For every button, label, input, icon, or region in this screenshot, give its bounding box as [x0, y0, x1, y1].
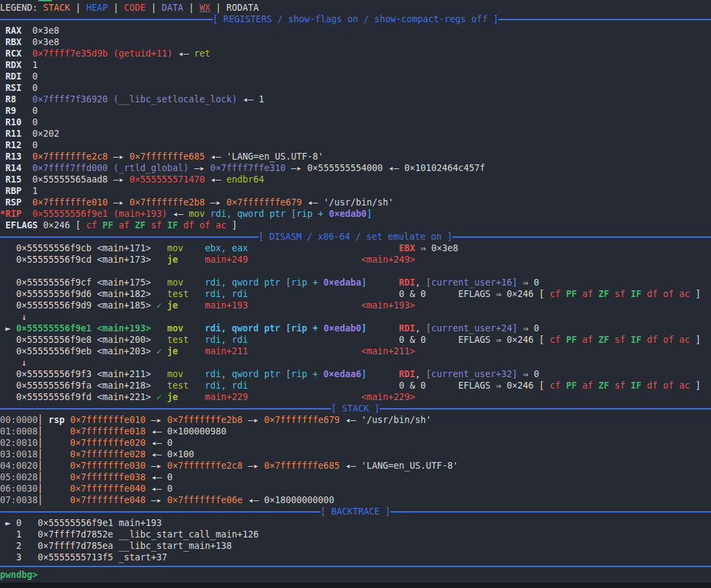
disasm-section-title: [ DISASM / x86-64 / set emulate on ]: [259, 231, 452, 242]
registers-section-header: [ REGISTERS / show-flags on / show-compa…: [0, 13, 711, 25]
terminal-row: RDI 0: [0, 71, 711, 82]
terminal-row: EFLAGS 0×246 [ cf PF af ZF sf IF df of a…: [0, 220, 711, 231]
terminal-row: 05:0028│ 0×7fffffffe038 ◂— 0: [0, 471, 711, 483]
terminal-row: R14 0×7ffff7ffd000 (_rtld_global) —▸ 0×7…: [0, 162, 711, 174]
divider-line: [0, 511, 320, 513]
terminal-row: RAX 0×3e8: [0, 25, 711, 36]
terminal-row: RCX 0×7ffff7e35d9b (getuid+11) ◂— ret: [0, 48, 711, 59]
backtrace-section-header: [ BACKTRACE ]: [0, 506, 711, 517]
backtrace-panel: ► 0 0×55555556f9e1 main+193 1 0×7ffff7d7…: [0, 517, 711, 563]
terminal-row: 0×55555556f9cd <main+173> je main+249 <m…: [0, 254, 711, 265]
terminal-row: R11 0×202: [0, 128, 711, 139]
terminal-row: R8 0×7ffff7f36920 (__libc_setlocale_lock…: [0, 94, 711, 105]
terminal-row: 2 0×7ffff7d785ea __libc_start_main+138: [0, 540, 711, 552]
terminal-row: 04:0020│ 0×7fffffffe030 —▸ 0×7fffffffe2c…: [0, 460, 711, 471]
divider-line: [0, 236, 259, 238]
terminal-row: 06:0030│ 0×7fffffffe040 ◂— 0: [0, 483, 711, 494]
terminal-row: R15 0×55555565aad8 —▸ 0×555555571470 ◂— …: [0, 174, 711, 185]
terminal-row: RSI 0: [0, 82, 711, 94]
pwndbg-terminal: LEGEND: STACK | HEAP | CODE | DATA | WX …: [0, 0, 711, 588]
terminal-row: 03:0018│ 0×7fffffffe028 ◂— 0×100: [0, 449, 711, 460]
prompt-label: pwndbg>: [0, 570, 38, 580]
disasm-section-header: [ DISASM / x86-64 / set emulate on ]: [0, 231, 711, 242]
backtrace-section-title: [ BACKTRACE ]: [320, 506, 391, 517]
terminal-row: 0×55555556f9d6 <main+182> test rdi, rdi …: [0, 288, 711, 300]
terminal-row: 0×55555556f9f3 <main+211> mov rdi, qword…: [0, 368, 711, 380]
terminal-row: R12 0: [0, 139, 711, 151]
divider-line: [452, 236, 711, 238]
terminal-row: 0×55555556f9fd <main+221> ✓ je main+229 …: [0, 391, 711, 403]
divider-line: [391, 511, 711, 513]
terminal-row: 1 0×7ffff7d7852e __libc_start_call_main+…: [0, 529, 711, 540]
prompt-separator-line: [0, 566, 711, 567]
previous-line-fragment: [38, 0, 52, 1]
divider-line: [498, 19, 711, 20]
divider-line: [0, 19, 213, 20]
legend-bar: LEGEND: STACK | HEAP | CODE | DATA | WX …: [0, 2, 711, 13]
divider-line: [0, 408, 331, 410]
stack-panel: 00:0000│ rsp 0×7fffffffe010 —▸ 0×7ffffff…: [0, 414, 711, 506]
terminal-row: R10 0: [0, 117, 711, 128]
terminal-row: 02:0010│ 0×7fffffffe020 ◂— 0: [0, 437, 711, 449]
terminal-row: 0×55555556f9e8 <main+200> test rdi, rdi …: [0, 334, 711, 346]
terminal-row: RBP 1: [0, 185, 711, 197]
stack-section-title: [ STACK ]: [331, 403, 380, 414]
stack-section-header: [ STACK ]: [0, 403, 711, 414]
terminal-row: 3 0×5555555713f5 _start+37: [0, 552, 711, 563]
command-prompt[interactable]: pwndbg>: [0, 569, 711, 581]
registers-section-title: [ REGISTERS / show-flags on / show-compa…: [213, 13, 498, 25]
terminal-row: ► 0×55555556f9e1 <main+193> mov rdi, qwo…: [0, 323, 711, 334]
bottom-strip: [0, 583, 711, 588]
divider-line: [380, 408, 711, 410]
terminal-row: 0×55555556f9eb <main+203> ✓ je main+211 …: [0, 346, 711, 357]
terminal-row: 07:0038│ 0×7fffffffe048 —▸ 0×7fffffffe06…: [0, 494, 711, 506]
terminal-row: ↓: [0, 311, 711, 323]
terminal-row: R13 0×7fffffffe2c8 —▸ 0×7fffffffe685 ◂— …: [0, 151, 711, 162]
terminal-row: 0×55555556f9cb <main+171> mov ebx, eax E…: [0, 242, 711, 254]
terminal-row: 0×55555556f9d9 <main+185> ✓ je main+193 …: [0, 300, 711, 311]
registers-panel: RAX 0×3e8 RBX 0×3e8 RCX 0×7ffff7e35d9b (…: [0, 25, 711, 231]
terminal-row: [0, 265, 711, 277]
terminal-row: RDX 1: [0, 59, 711, 71]
terminal-row: *RIP 0×55555556f9e1 (main+193) ◂— mov rd…: [0, 208, 711, 220]
terminal-row: R9 0: [0, 105, 711, 117]
terminal-row: ► 0 0×55555556f9e1 main+193: [0, 517, 711, 529]
terminal-row: ↓: [0, 357, 711, 368]
terminal-row: 01:0008│ 0×7fffffffe018 ◂— 0×100000980: [0, 426, 711, 437]
terminal-row: 00:0000│ rsp 0×7fffffffe010 —▸ 0×7ffffff…: [0, 414, 711, 426]
terminal-row: RBX 0×3e8: [0, 36, 711, 48]
terminal-row: 0×55555556f9cf <main+175> mov rdi, qword…: [0, 277, 711, 288]
terminal-row: LEGEND: STACK | HEAP | CODE | DATA | WX …: [0, 2, 711, 13]
terminal-row: RSP 0×7fffffffe010 —▸ 0×7fffffffe2b8 —▸ …: [0, 197, 711, 208]
terminal-row: 0×55555556f9fa <main+218> test rdi, rdi …: [0, 380, 711, 391]
disasm-panel: 0×55555556f9cb <main+171> mov ebx, eax E…: [0, 242, 711, 403]
